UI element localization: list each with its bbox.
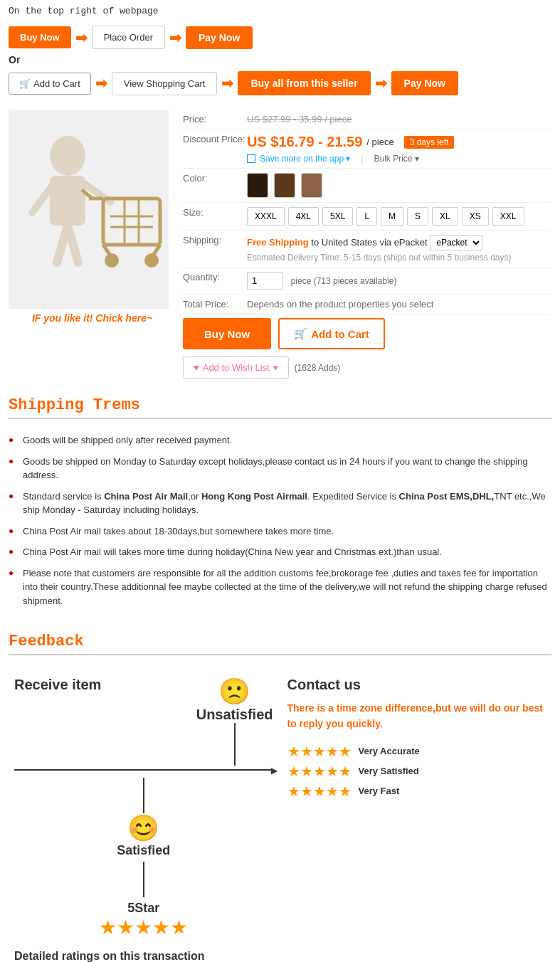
chevron-down-icon-wish: ▾ (273, 362, 278, 373)
size-btn-xxxl[interactable]: XXXL (247, 207, 285, 226)
instruction-text: On the top right of webpage (0, 0, 560, 22)
buy-now-button-1[interactable]: Buy Now (9, 26, 71, 48)
svg-rect-6 (103, 199, 160, 245)
price-sub-row: Save more on the app ▾ | Bulk Price ▾ (247, 153, 551, 164)
color-label: Color: (183, 173, 247, 184)
size-btn-4xl[interactable]: 4XL (288, 207, 319, 226)
total-price-text: Depends on the product properties you se… (247, 299, 433, 310)
color-swatch-1[interactable] (247, 173, 268, 198)
add-to-cart-button-top[interactable]: 🛒 Add to Cart (9, 73, 91, 95)
color-swatch-2[interactable] (274, 173, 295, 198)
vertical-line-satisfied (143, 778, 144, 813)
receive-item-text: Receive item (14, 677, 101, 693)
receive-item-row: Receive item 🙁 Unsatisfied (14, 677, 273, 766)
quantity-available: piece (713 pieces available) (291, 276, 397, 286)
pay-now-button-2[interactable]: Pay Now (391, 71, 458, 95)
color-swatch-3[interactable] (301, 173, 322, 198)
shipping-estimate: Estimated Delivery Time: 5-15 days (ship… (247, 253, 551, 263)
five-star-area: 5Star ★★★★★ (14, 901, 273, 939)
add-to-wishlist-button[interactable]: ♥ Add to Wish List ▾ (183, 356, 289, 379)
quantity-label: Quantity: (183, 272, 247, 282)
size-btn-s[interactable]: S (407, 207, 428, 226)
shipping-terms-list: Goods will be shipped only after receive… (9, 430, 551, 611)
feedback-divider (9, 654, 551, 655)
app-checkbox[interactable] (247, 154, 255, 163)
color-value (247, 173, 551, 198)
unsatisfied-label: Unsatisfied (196, 707, 273, 723)
total-price-row: Total Price: Depends on the product prop… (183, 295, 551, 314)
svg-line-3 (68, 226, 78, 263)
add-to-cart-button-main[interactable]: 🛒 Add to Cart (278, 318, 385, 349)
product-image (9, 110, 169, 309)
contact-rating-label-0: Very Accurate (359, 746, 420, 756)
feedback-section: Feedback Receive item 🙁 Unsatisfied (0, 622, 560, 962)
feedback-title: Feedback (0, 622, 560, 654)
ratings-area: ★★★★★Very Accurate★★★★★Very Satisfied★★★… (287, 743, 546, 800)
size-btn-xs[interactable]: XS (462, 207, 489, 226)
shipping-term-item-3: China Post Air mail takes about 18-30day… (9, 521, 551, 542)
svg-point-11 (105, 253, 119, 268)
contact-stars-row-0: ★★★★★ (287, 743, 352, 760)
shipping-term-item-1: Goods be shipped on Monday to Saturday e… (9, 451, 551, 486)
shipping-term-item-5: Please note that customers are responsib… (9, 563, 551, 612)
shipping-terms-title: Shipping Trems (0, 386, 560, 418)
contact-description: There is a time zone difference,but we w… (287, 700, 546, 732)
days-left-badge: 3 days left (404, 136, 455, 149)
heart-icon: ♥ (194, 362, 199, 373)
adds-count: (1628 Adds) (295, 363, 341, 373)
shipping-terms-content: Goods will be shipped only after receive… (0, 426, 560, 622)
wish-click-link[interactable]: IF you like it! Chick here~ (9, 312, 176, 324)
shipping-term-item-4: China Post Air mail will takes more time… (9, 541, 551, 563)
shipping-label: Shipping: (183, 235, 247, 245)
shipping-row: Shipping: Free Shipping to United States… (183, 231, 551, 268)
view-shopping-cart-button[interactable]: View Shopping Cart (112, 72, 218, 95)
arrow-line-row: ▶ (14, 769, 273, 771)
five-star-label: 5Star (14, 901, 273, 916)
place-order-button[interactable]: Place Order (92, 26, 165, 49)
buy-now-button-main[interactable]: Buy Now (183, 318, 271, 349)
discount-price-value: US $16.79 - 21.59 / piece 3 days left Sa… (247, 134, 551, 164)
bulk-price-link[interactable]: Bulk Price ▾ (374, 154, 418, 164)
svg-point-12 (144, 253, 159, 268)
free-shipping-text: Free Shipping (247, 237, 309, 248)
action-buttons: Buy Now 🛒 Add to Cart (183, 318, 551, 349)
quantity-input[interactable] (247, 272, 282, 290)
shipping-divider (9, 418, 551, 419)
contact-rating-row-1: ★★★★★Very Satisfied (287, 763, 546, 780)
satisfied-area: 😊 Satisfied (14, 778, 273, 858)
size-btn-l[interactable]: L (356, 207, 377, 226)
satisfied-label: Satisfied (14, 843, 273, 858)
shipping-term-item-2: Standard service is China Post Air Mail,… (9, 486, 551, 521)
pay-now-button-1[interactable]: Pay Now (186, 26, 253, 49)
size-btn-5xl[interactable]: 5XL (322, 207, 353, 226)
contact-rating-row-0: ★★★★★Very Accurate (287, 743, 546, 760)
shipping-method-select[interactable]: ePacket DHL EMS (430, 235, 482, 250)
contact-us-text: Contact us (287, 677, 546, 693)
product-image-container: IF you like it! Chick here~ (9, 110, 176, 379)
or-label: Or (0, 53, 560, 68)
contact-stars-row-1: ★★★★★ (287, 763, 352, 780)
chevron-down-icon-bulk: ▾ (415, 154, 419, 164)
size-btn-m[interactable]: M (381, 207, 403, 226)
total-price-value: Depends on the product properties you se… (247, 299, 551, 310)
total-price-label: Total Price: (183, 299, 247, 310)
vertical-line-unsatisfied (234, 723, 236, 766)
unsatisfied-side: 🙁 Unsatisfied (196, 677, 273, 766)
chevron-down-icon: ▾ (346, 154, 350, 164)
feedback-diagram: Receive item 🙁 Unsatisfied ▶ (14, 677, 546, 939)
size-btn-xl[interactable]: XL (432, 207, 458, 226)
size-btn-xxl[interactable]: XXL (492, 207, 524, 226)
arrow-5: ➡ (375, 75, 387, 92)
price-row: Price: US $27.99 - 35.99 / piece (183, 110, 551, 130)
unsatisfied-emoji: 🙁 (196, 677, 273, 707)
buy-all-from-seller-button[interactable]: Buy all from this seller (238, 71, 370, 95)
arrow-3: ➡ (95, 75, 107, 92)
save-more-app[interactable]: Save more on the app ▾ (247, 154, 350, 164)
contact-stars-row-2: ★★★★★ (287, 783, 352, 800)
discount-price-amount: US $16.79 - 21.59 (247, 134, 362, 150)
size-label: Size: (183, 207, 247, 218)
color-row: Color: (183, 169, 551, 203)
shipping-term-item-0: Goods will be shipped only after receive… (9, 430, 551, 451)
shipping-terms-section: Shipping Trems Goods will be shipped onl… (0, 386, 560, 622)
price-label: Price: (183, 114, 247, 125)
